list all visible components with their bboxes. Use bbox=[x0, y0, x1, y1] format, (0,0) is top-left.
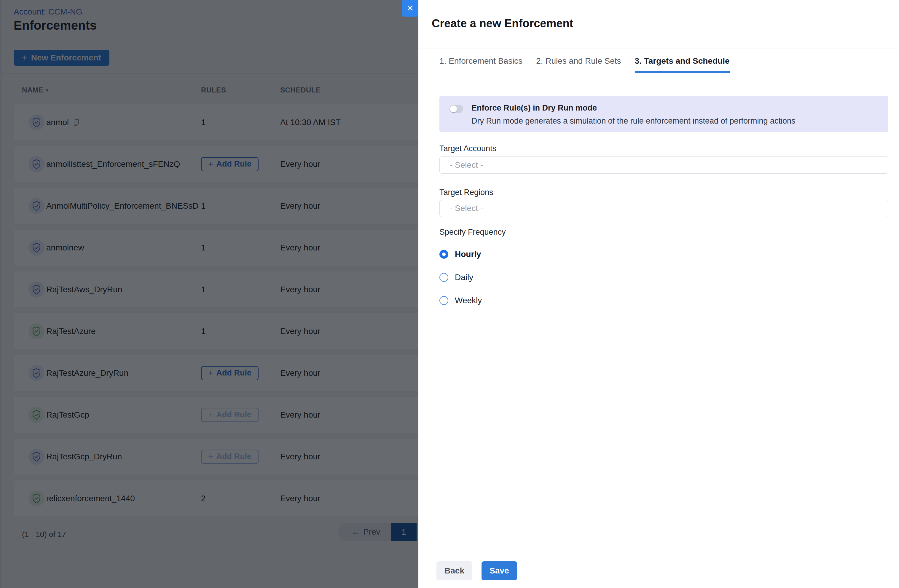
radio-icon bbox=[439, 273, 448, 282]
frequency-option-daily[interactable]: Daily bbox=[439, 273, 473, 282]
dry-run-description: Dry Run mode generates a simulation of t… bbox=[471, 116, 796, 126]
target-regions-placeholder: - Select - bbox=[450, 204, 483, 213]
back-button[interactable]: Back bbox=[436, 561, 472, 580]
drawer-tabs: 1. Enforcement Basics 2. Rules and Rule … bbox=[419, 49, 899, 73]
close-icon[interactable]: ✕ bbox=[402, 0, 419, 17]
create-enforcement-drawer: Create a new Enforcement 1. Enforcement … bbox=[419, 0, 899, 588]
drawer-footer: Back Save bbox=[419, 553, 899, 588]
tab-targets-and-schedule[interactable]: 3. Targets and Schedule bbox=[635, 49, 730, 73]
target-accounts-select[interactable]: - Select - bbox=[439, 156, 888, 174]
weekly-label: Weekly bbox=[455, 296, 482, 305]
dry-run-title: Enforce Rule(s) in Dry Run mode bbox=[471, 103, 796, 113]
frequency-option-weekly[interactable]: Weekly bbox=[439, 296, 482, 305]
hourly-label: Hourly bbox=[455, 250, 481, 259]
tab-enforcement-basics[interactable]: 1. Enforcement Basics bbox=[439, 49, 522, 73]
radio-icon bbox=[439, 296, 448, 305]
target-accounts-placeholder: - Select - bbox=[450, 161, 483, 170]
target-regions-label: Target Regions bbox=[439, 188, 493, 197]
screen: Account: CCM-NG Enforcements + New Enfor… bbox=[0, 0, 899, 588]
specify-frequency-label: Specify Frequency bbox=[439, 228, 506, 237]
frequency-option-hourly[interactable]: Hourly bbox=[439, 250, 481, 259]
tab-rules-and-rule-sets[interactable]: 2. Rules and Rule Sets bbox=[536, 49, 621, 73]
drawer-title: Create a new Enforcement bbox=[432, 17, 573, 30]
daily-label: Daily bbox=[455, 273, 473, 282]
drawer-header: Create a new Enforcement bbox=[419, 0, 899, 49]
save-button[interactable]: Save bbox=[482, 561, 517, 580]
dry-run-banner: Enforce Rule(s) in Dry Run mode Dry Run … bbox=[439, 96, 888, 132]
target-accounts-label: Target Accounts bbox=[439, 144, 496, 153]
target-regions-select[interactable]: - Select - bbox=[439, 200, 888, 217]
toggle-knob bbox=[450, 105, 457, 112]
dry-run-toggle[interactable] bbox=[450, 105, 463, 113]
radio-selected-icon bbox=[439, 250, 448, 259]
dry-run-text: Enforce Rule(s) in Dry Run mode Dry Run … bbox=[471, 103, 796, 132]
drawer-content: Enforce Rule(s) in Dry Run mode Dry Run … bbox=[419, 73, 899, 553]
